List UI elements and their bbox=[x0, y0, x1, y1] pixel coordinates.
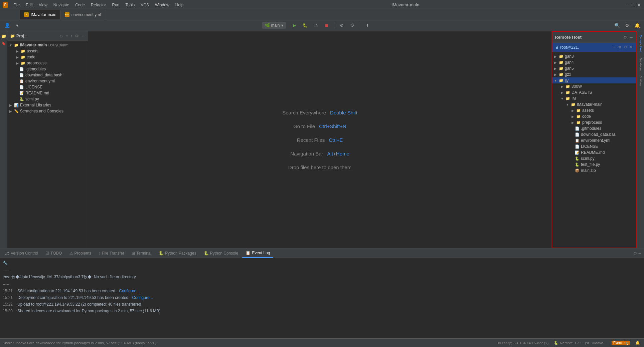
tree-item-download[interactable]: 📄 download_data.bash bbox=[7, 72, 88, 78]
panel-settings-btn[interactable]: ⚙ bbox=[74, 33, 79, 39]
remote-tree-gan3[interactable]: ▶ 📁 gan3 bbox=[552, 53, 636, 59]
maximize-button[interactable]: □ bbox=[631, 3, 635, 7]
panel-collapse-btn[interactable]: ≡ bbox=[65, 33, 68, 39]
menu-tools[interactable]: Tools bbox=[123, 2, 137, 8]
remote-tree-imavatar[interactable]: ▼ 📁 IMavatar-main bbox=[552, 101, 636, 107]
menu-help[interactable]: Help bbox=[173, 2, 186, 8]
tab-event-log[interactable]: 📋 Event Log bbox=[242, 249, 273, 258]
menu-view[interactable]: View bbox=[36, 2, 50, 8]
tree-item-gitmodules[interactable]: 📄 .gitmodules bbox=[7, 66, 88, 72]
remote-tree-zip[interactable]: 📦 main.zip bbox=[552, 167, 636, 174]
hint-navbar-text: Navigation Bar bbox=[290, 151, 323, 156]
remote-tree-300w[interactable]: ▶ 📁 300W bbox=[552, 83, 636, 89]
rerun-button[interactable]: ↺ bbox=[311, 21, 321, 30]
remote-tree-assets[interactable]: ▶ 📁 assets bbox=[552, 107, 636, 113]
tree-item-env-yml[interactable]: 📋 environment.yml bbox=[7, 78, 88, 84]
remote-minimize-btn[interactable]: ─ bbox=[629, 34, 633, 40]
panel-scroll-btn[interactable]: ⊙ bbox=[59, 33, 63, 39]
minimize-button[interactable]: ─ bbox=[625, 3, 629, 7]
status-remote-interpreter[interactable]: 🐍 Remote 3.7.11 (sf.../IMava... bbox=[552, 340, 608, 346]
run-button[interactable]: ▶ bbox=[290, 21, 299, 30]
remote-tree-download[interactable]: 📄 download_data.bas bbox=[552, 131, 636, 137]
status-connection[interactable]: 🖥 root@221.194.149.53:22 (2) bbox=[496, 340, 550, 346]
tab-environment-yml[interactable]: YML environment.yml bbox=[61, 10, 105, 19]
window-title: IMavatar-main bbox=[186, 2, 625, 7]
bottom-minimize-btn[interactable]: ─ bbox=[638, 251, 641, 256]
settings-button[interactable]: ⚙ bbox=[623, 21, 631, 30]
remote-tree-gan4[interactable]: ▶ 📁 gan4 bbox=[552, 59, 636, 65]
tab-version-control[interactable]: ⎇ Version Control bbox=[1, 249, 41, 258]
tab-terminal[interactable]: ⊞ Terminal bbox=[128, 249, 155, 258]
remote-tree-ljy[interactable]: ▼ 📁 ljy bbox=[552, 77, 636, 83]
remote-tree-scml[interactable]: 🐍 scml.py bbox=[552, 155, 636, 161]
notifications-button[interactable]: 🔔 bbox=[633, 21, 641, 30]
remote-refresh-btn[interactable]: ↺ bbox=[623, 44, 628, 50]
tab-imavatar-main[interactable]: P IMavatar-main bbox=[20, 10, 61, 19]
remote-tree-gitmodules[interactable]: 📄 .gitmodules bbox=[552, 125, 636, 131]
stop-button[interactable]: ⏹ bbox=[322, 21, 331, 30]
tree-item-scratches[interactable]: ▶ ✏️ Scratches and Consoles bbox=[7, 108, 88, 114]
user-dropdown[interactable]: ▾ bbox=[13, 21, 21, 30]
tree-item-assets[interactable]: ▶ 📁 assets bbox=[7, 48, 88, 54]
project-icon[interactable]: 📁 bbox=[0, 33, 7, 39]
panel-sort-btn[interactable]: ↕ bbox=[70, 33, 73, 39]
remote-tree-im[interactable]: ▼ 📁 IM bbox=[552, 95, 636, 101]
remote-tree-datasets[interactable]: ▶ 📁 DATASETS bbox=[552, 89, 636, 95]
sidebar-remote-host[interactable]: Remote Host bbox=[638, 33, 643, 54]
tab-todo[interactable]: ☑ TODO bbox=[42, 249, 65, 258]
bookmark-icon[interactable]: 🔖 bbox=[0, 40, 7, 47]
remote-settings-btn[interactable]: ⚙ bbox=[623, 34, 628, 40]
tab-python-packages[interactable]: 🐍 Python Packages bbox=[155, 249, 199, 258]
remote-tree-gzx[interactable]: ▶ 📁 gzx bbox=[552, 71, 636, 77]
remote-split-btn[interactable]: ⇅ bbox=[618, 44, 622, 50]
menu-refactor[interactable]: Refactor bbox=[88, 2, 109, 8]
window-controls[interactable]: ─ □ ✕ bbox=[625, 3, 641, 7]
bottom-settings-btn[interactable]: ⚙ bbox=[633, 251, 637, 256]
status-event-log-badge[interactable]: Event Log bbox=[610, 340, 631, 346]
menu-window[interactable]: Window bbox=[152, 2, 172, 8]
remote-tree-testfile[interactable]: 🐍 test_file.py bbox=[552, 161, 636, 167]
user-icon[interactable]: 👤 bbox=[3, 21, 11, 30]
sidebar-database[interactable]: Database bbox=[638, 56, 643, 73]
link-deploy[interactable]: Configure... bbox=[132, 295, 153, 300]
link-ssh[interactable]: Configure... bbox=[119, 289, 140, 293]
tree-item-code[interactable]: ▶ 📁 code bbox=[7, 54, 88, 60]
remote-tree-gan5[interactable]: ▶ 📁 gan5 bbox=[552, 65, 636, 71]
tree-root[interactable]: ▼ 📁 IMavatar-main D:\PyCharm bbox=[7, 42, 88, 48]
remote-tree-readme[interactable]: 📝 README.md bbox=[552, 149, 636, 155]
search-everywhere-button[interactable]: 🔍 bbox=[613, 21, 621, 30]
menu-file[interactable]: File bbox=[11, 2, 22, 8]
tree-item-readme[interactable]: 📝 README.md bbox=[7, 90, 88, 96]
tree-item-preprocess[interactable]: ▶ 📁 preprocess bbox=[7, 60, 88, 66]
menu-navigate[interactable]: Navigate bbox=[51, 2, 72, 8]
profile-button[interactable]: ⏱ bbox=[348, 21, 357, 30]
panel-minimize-btn[interactable]: ─ bbox=[81, 33, 85, 39]
menu-vcs[interactable]: VCS bbox=[138, 2, 152, 8]
tree-item-extlibs[interactable]: ▶ 📊 External Libraries bbox=[7, 102, 88, 108]
hint-recent-shortcut: Ctrl+E bbox=[329, 137, 343, 143]
tree-arrow-scratches: ▶ bbox=[9, 109, 13, 113]
close-button[interactable]: ✕ bbox=[637, 3, 641, 7]
vcs-update-button[interactable]: ⬇ bbox=[363, 21, 372, 30]
tree-item-scml[interactable]: 🐍 scml.py bbox=[7, 96, 88, 102]
remote-tree-envyml[interactable]: 📋 environment.yml bbox=[552, 137, 636, 143]
menu-code[interactable]: Code bbox=[72, 2, 88, 8]
status-notification-icon[interactable]: 🔔 bbox=[634, 340, 641, 346]
remote-tree-license[interactable]: 📄 LICENSE bbox=[552, 143, 636, 149]
debug-button[interactable]: 🐛 bbox=[301, 21, 310, 30]
tab-file-transfer[interactable]: ↕ File Transfer bbox=[95, 249, 128, 258]
menu-bar[interactable]: File Edit View Navigate Code Refactor Ru… bbox=[11, 2, 186, 8]
menu-run[interactable]: Run bbox=[109, 2, 122, 8]
problems-icon: ⚠ bbox=[69, 251, 73, 256]
menu-edit[interactable]: Edit bbox=[23, 2, 35, 8]
remote-tree-code[interactable]: ▶ 📁 code bbox=[552, 113, 636, 119]
remote-more-btn[interactable]: ··· bbox=[612, 45, 616, 50]
remote-tree-preprocess[interactable]: ▶ 📁 preprocess bbox=[552, 119, 636, 125]
sidebar-sciview[interactable]: SciView bbox=[638, 74, 643, 88]
coverage-button[interactable]: ⊙ bbox=[337, 21, 346, 30]
tree-item-license[interactable]: 📄 LICENSE bbox=[7, 84, 88, 90]
tab-problems[interactable]: ⚠ Problems bbox=[66, 249, 95, 258]
branch-selector[interactable]: 🌿 main ▾ bbox=[262, 22, 286, 29]
tab-python-console[interactable]: 🐍 Python Console bbox=[200, 249, 242, 258]
remote-close-conn-btn[interactable]: ✕ bbox=[629, 44, 633, 50]
